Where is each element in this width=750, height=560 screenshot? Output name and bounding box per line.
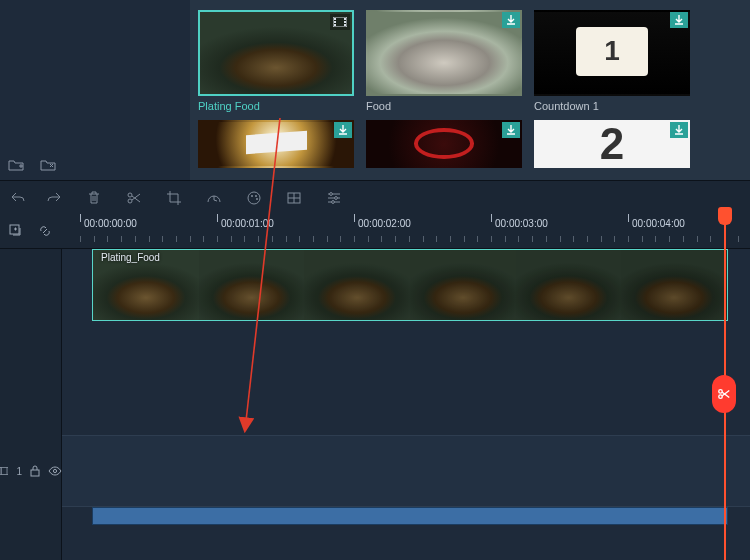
undo-icon[interactable] bbox=[10, 190, 26, 206]
svg-point-8 bbox=[128, 199, 132, 203]
svg-point-22 bbox=[719, 395, 723, 399]
timeline-clip-plating-food[interactable]: Plating_Food bbox=[92, 249, 728, 321]
media-thumb-countdown1[interactable]: 1 Countdown 1 bbox=[534, 10, 690, 112]
svg-rect-4 bbox=[344, 18, 346, 20]
timecode-label: 00:00:03:00 bbox=[495, 218, 548, 229]
speed-icon[interactable] bbox=[206, 190, 222, 206]
palette-icon[interactable] bbox=[246, 190, 262, 206]
playhead-handle[interactable] bbox=[718, 207, 732, 225]
media-grid: Plating Food Food 1 Countdown 1 bbox=[190, 0, 750, 180]
download-badge-icon[interactable] bbox=[502, 12, 520, 28]
sliders-icon[interactable] bbox=[326, 190, 342, 206]
svg-point-15 bbox=[335, 196, 338, 199]
svg-point-12 bbox=[256, 198, 257, 199]
svg-rect-6 bbox=[344, 24, 346, 26]
track-area[interactable]: Plating_Food bbox=[62, 249, 750, 560]
svg-point-14 bbox=[330, 192, 333, 195]
eye-icon[interactable] bbox=[48, 466, 62, 476]
media-thumb-plating-food[interactable]: Plating Food bbox=[198, 10, 354, 112]
scissors-icon[interactable] bbox=[126, 190, 142, 206]
svg-point-10 bbox=[251, 195, 252, 196]
add-marker-icon[interactable] bbox=[9, 224, 23, 238]
timeline-ruler-row: 00:00:00:00 00:00:01:00 00:00:02:00 00:0… bbox=[0, 214, 750, 248]
track-header-video[interactable]: 1 bbox=[0, 435, 62, 507]
video-track[interactable] bbox=[62, 435, 750, 507]
svg-rect-3 bbox=[334, 24, 336, 26]
timecode-label: 00:00:00:00 bbox=[84, 218, 137, 229]
track-index: 1 bbox=[16, 466, 22, 477]
timecode-label: 00:00:01:00 bbox=[221, 218, 274, 229]
timeline-tracks: 1 Plating_Food bbox=[0, 248, 750, 560]
trash-icon[interactable] bbox=[86, 190, 102, 206]
media-thumb-whitecount[interactable]: 2 bbox=[534, 120, 690, 168]
media-side-panel bbox=[0, 0, 190, 180]
new-folder-icon[interactable] bbox=[8, 158, 24, 172]
video-badge-icon bbox=[330, 14, 350, 30]
svg-point-9 bbox=[248, 192, 260, 204]
timecode-label: 00:00:04:00 bbox=[632, 218, 685, 229]
download-badge-icon[interactable] bbox=[334, 122, 352, 138]
media-thumb-clapper[interactable] bbox=[198, 120, 354, 168]
svg-rect-19 bbox=[31, 470, 39, 476]
svg-point-21 bbox=[719, 390, 723, 394]
link-icon[interactable] bbox=[37, 223, 53, 239]
timeline-toolbar bbox=[0, 180, 750, 214]
media-thumb-label: Plating Food bbox=[198, 100, 354, 112]
clip-title: Plating_Food bbox=[101, 252, 160, 263]
crop-icon[interactable] bbox=[166, 190, 182, 206]
svg-rect-1 bbox=[334, 18, 336, 20]
media-browser: Plating Food Food 1 Countdown 1 bbox=[0, 0, 750, 180]
svg-point-16 bbox=[332, 200, 335, 203]
svg-point-11 bbox=[255, 195, 256, 196]
download-badge-icon[interactable] bbox=[502, 122, 520, 138]
freeze-icon[interactable] bbox=[286, 190, 302, 206]
svg-point-20 bbox=[53, 469, 56, 472]
svg-rect-2 bbox=[334, 21, 336, 23]
svg-point-7 bbox=[128, 193, 132, 197]
media-thumb-label: Countdown 1 bbox=[534, 100, 690, 112]
media-thumb-food[interactable]: Food bbox=[366, 10, 522, 112]
cut-handle[interactable] bbox=[712, 375, 736, 413]
track-headers: 1 bbox=[0, 249, 62, 560]
redo-icon[interactable] bbox=[46, 190, 62, 206]
media-thumb-redcount[interactable] bbox=[366, 120, 522, 168]
media-thumb-label: Food bbox=[366, 100, 522, 112]
import-folder-icon[interactable] bbox=[40, 158, 56, 172]
lock-icon[interactable] bbox=[30, 465, 40, 477]
download-badge-icon[interactable] bbox=[670, 12, 688, 28]
svg-rect-5 bbox=[344, 21, 346, 23]
audio-clip[interactable] bbox=[92, 507, 728, 525]
timeline-ruler[interactable]: 00:00:00:00 00:00:01:00 00:00:02:00 00:0… bbox=[62, 214, 750, 248]
timecode-label: 00:00:02:00 bbox=[358, 218, 411, 229]
download-badge-icon[interactable] bbox=[670, 122, 688, 138]
